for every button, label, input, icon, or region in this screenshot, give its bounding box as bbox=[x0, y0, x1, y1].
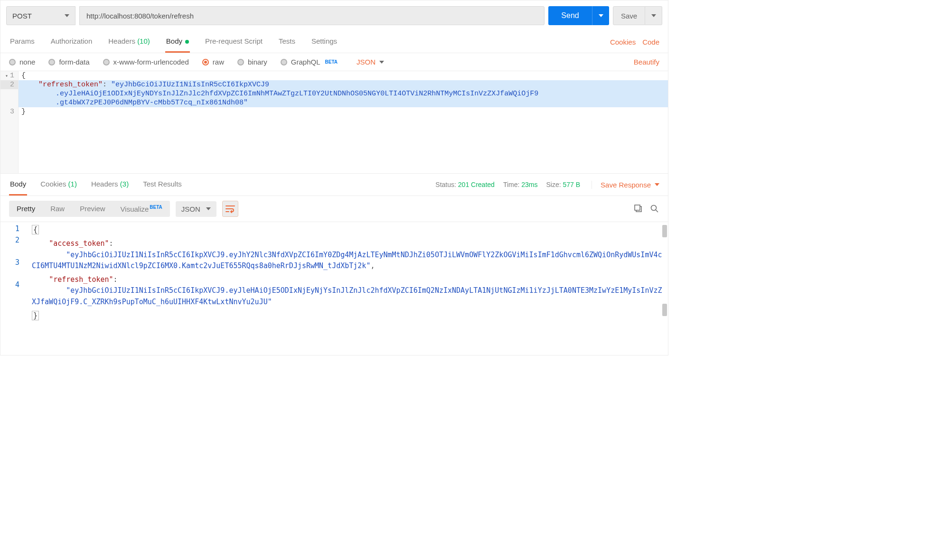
body-type-form-data[interactable]: form-data bbox=[48, 58, 89, 66]
method-value: POST bbox=[12, 12, 32, 20]
svg-rect-1 bbox=[635, 205, 640, 210]
svg-point-2 bbox=[651, 205, 657, 211]
url-input[interactable] bbox=[79, 6, 545, 25]
request-tabs-row: Params Authorization Headers (10) Body P… bbox=[0, 31, 668, 53]
tab-tests[interactable]: Tests bbox=[278, 31, 296, 53]
resp-tab-headers[interactable]: Headers (3) bbox=[90, 174, 130, 196]
wrap-icon bbox=[226, 205, 235, 213]
scrollbar-thumb[interactable] bbox=[662, 225, 667, 237]
radio-icon bbox=[202, 59, 209, 65]
tab-headers[interactable]: Headers (10) bbox=[107, 31, 151, 53]
resp-tab-test-results[interactable]: Test Results bbox=[142, 174, 183, 196]
editor-gutter: 1 2 3 bbox=[0, 71, 19, 173]
radio-icon bbox=[9, 59, 16, 65]
response-toolbar: Pretty Raw Preview VisualizeBETA JSON bbox=[0, 196, 668, 222]
copy-icon[interactable] bbox=[634, 204, 643, 214]
radio-icon bbox=[103, 59, 110, 65]
body-type-row: none form-data x-www-form-urlencoded raw… bbox=[0, 53, 668, 71]
save-dropdown-button[interactable] bbox=[645, 6, 662, 25]
view-preview[interactable]: Preview bbox=[72, 201, 113, 217]
chevron-down-icon bbox=[651, 14, 656, 17]
resp-tab-body[interactable]: Body bbox=[9, 174, 27, 196]
radio-icon bbox=[281, 59, 287, 65]
view-raw[interactable]: Raw bbox=[43, 201, 72, 217]
send-dropdown-button[interactable] bbox=[592, 6, 609, 25]
body-type-urlencoded[interactable]: x-www-form-urlencoded bbox=[103, 58, 189, 66]
body-type-binary[interactable]: binary bbox=[237, 58, 267, 66]
response-gutter: 1 2 3 4 bbox=[0, 222, 29, 355]
code-link[interactable]: Code bbox=[642, 38, 659, 46]
request-bar: POST Send Save bbox=[0, 0, 668, 31]
save-response-button[interactable]: Save Response bbox=[592, 181, 659, 189]
body-type-graphql[interactable]: GraphQLBETA bbox=[281, 58, 338, 66]
size-value: 577 B bbox=[563, 181, 581, 188]
resp-tab-cookies[interactable]: Cookies (1) bbox=[39, 174, 78, 196]
view-visualize[interactable]: VisualizeBETA bbox=[113, 201, 170, 217]
dot-icon bbox=[185, 40, 189, 44]
request-body-editor[interactable]: 1 2 3 { "refresh_token": "eyJhbGciOiJIUz… bbox=[0, 71, 668, 174]
tab-pre-request-script[interactable]: Pre-request Script bbox=[204, 31, 263, 53]
time-value: 23ms bbox=[521, 181, 537, 188]
response-tabs-row: Body Cookies (1) Headers (3) Test Result… bbox=[0, 174, 668, 196]
body-type-raw[interactable]: raw bbox=[202, 58, 224, 66]
status-value: 201 Created bbox=[458, 181, 495, 188]
scrollbar-thumb[interactable] bbox=[662, 304, 667, 316]
response-status-info: Status: 201 Created Time: 23ms Size: 577… bbox=[435, 181, 659, 189]
method-select[interactable]: POST bbox=[6, 6, 75, 25]
cookies-link[interactable]: Cookies bbox=[610, 38, 636, 46]
send-button[interactable]: Send bbox=[548, 6, 592, 25]
svg-line-3 bbox=[656, 210, 658, 212]
body-format-select[interactable]: JSON bbox=[357, 58, 384, 66]
radio-icon bbox=[48, 59, 55, 65]
body-type-none[interactable]: none bbox=[9, 58, 35, 66]
tab-authorization[interactable]: Authorization bbox=[50, 31, 94, 53]
tab-params[interactable]: Params bbox=[9, 31, 36, 53]
chevron-down-icon bbox=[379, 61, 384, 64]
response-format-select[interactable]: JSON bbox=[176, 201, 216, 217]
tab-settings[interactable]: Settings bbox=[310, 31, 338, 53]
chevron-down-icon bbox=[655, 183, 659, 186]
chevron-down-icon bbox=[599, 14, 603, 17]
search-icon[interactable] bbox=[650, 204, 659, 214]
chevron-down-icon bbox=[206, 207, 211, 210]
chevron-down-icon bbox=[65, 14, 69, 17]
save-button[interactable]: Save bbox=[613, 6, 645, 25]
beautify-link[interactable]: Beautify bbox=[634, 58, 659, 66]
tab-body[interactable]: Body bbox=[165, 31, 190, 53]
radio-icon bbox=[237, 59, 244, 65]
wrap-lines-toggle[interactable] bbox=[222, 201, 238, 217]
view-pretty[interactable]: Pretty bbox=[9, 201, 43, 217]
response-body-editor[interactable]: 1 2 3 4 { "access_token": "eyJhbGciOiJIU… bbox=[0, 222, 668, 355]
